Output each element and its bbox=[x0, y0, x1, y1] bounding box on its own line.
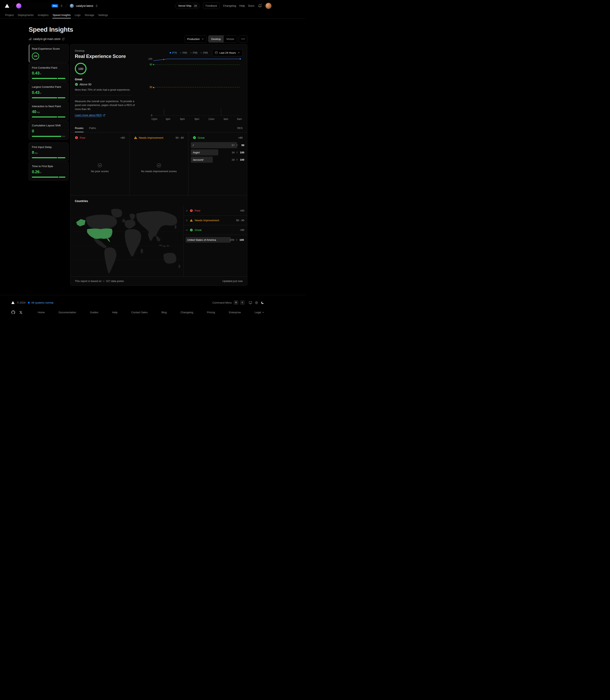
svg-text:100: 100 bbox=[148, 58, 152, 60]
tab-deployments[interactable]: Deployments bbox=[16, 12, 36, 18]
tab-logs[interactable]: Logs bbox=[73, 12, 82, 18]
environment-select[interactable]: Production bbox=[184, 35, 207, 43]
footer-link-pricing[interactable]: Pricing bbox=[207, 311, 215, 314]
report-based-on-text: This report is based on bbox=[75, 280, 101, 283]
tab-speed-insights[interactable]: Speed Insights bbox=[51, 12, 73, 18]
percentile-p99[interactable]: P99 bbox=[200, 51, 208, 54]
route-bar bbox=[191, 142, 237, 148]
metric-card-first-input-delay[interactable]: First Input Delay 8ms bbox=[29, 142, 68, 161]
error-circle-icon bbox=[75, 136, 78, 139]
percentile-p90[interactable]: P90 bbox=[180, 51, 187, 54]
light-theme-icon[interactable] bbox=[255, 301, 258, 305]
chevron-down-icon bbox=[262, 311, 264, 313]
tab-project[interactable]: Project bbox=[3, 12, 16, 18]
team-avatar[interactable] bbox=[16, 3, 21, 9]
tab-paths[interactable]: Paths bbox=[89, 124, 96, 132]
countries-list: Poor <50 Needs Improvement 50 - 90 bbox=[183, 206, 247, 277]
chevron-down-icon bbox=[202, 38, 204, 40]
divider bbox=[75, 95, 132, 96]
vercel-logo[interactable] bbox=[5, 4, 9, 8]
group-range: <50 bbox=[240, 209, 244, 212]
metric-card-first-contentful-paint[interactable]: First Contentful Paint 0.43s bbox=[29, 63, 68, 82]
docs-link[interactable]: Docs bbox=[248, 4, 254, 7]
device-mobile[interactable]: Mobile bbox=[224, 35, 237, 42]
team-switcher-icon[interactable] bbox=[60, 4, 63, 7]
route-row[interactable]: /login/ 34 100 bbox=[191, 149, 245, 155]
changelog-link[interactable]: Changelog bbox=[223, 4, 236, 7]
help-link[interactable]: Help bbox=[239, 4, 245, 7]
check-circle-outline-icon bbox=[157, 163, 161, 168]
footer-link-blog[interactable]: Blog bbox=[161, 311, 166, 314]
metrics-sidebar: Real Experience Score 100 First Contentf… bbox=[29, 44, 68, 181]
user-avatar[interactable] bbox=[266, 3, 272, 9]
tab-settings[interactable]: Settings bbox=[96, 12, 110, 18]
bucket-great: Great >90 / 67 99 bbox=[188, 133, 247, 195]
domain-link[interactable]: catalyst-git-main.store bbox=[29, 37, 65, 41]
device-toggle: Desktop Mobile bbox=[208, 35, 237, 43]
footer-link-legal[interactable]: Legal bbox=[255, 311, 264, 314]
country-name: United States of America bbox=[187, 238, 216, 242]
percentile-p95[interactable]: P95 bbox=[190, 51, 197, 54]
percentile-p75[interactable]: P75 bbox=[170, 51, 177, 54]
country-united-states bbox=[87, 229, 112, 242]
feedback-button[interactable]: Feedback bbox=[203, 3, 220, 9]
res-line-chart[interactable]: 100 90 50 0 12pm bbox=[146, 56, 243, 121]
country-row[interactable]: United States of America 209 100 bbox=[186, 237, 244, 243]
route-row[interactable]: /account/ 28 100 bbox=[191, 157, 245, 163]
rating-label: Great bbox=[75, 78, 136, 81]
route-name: / bbox=[193, 144, 194, 147]
metric-card-real-experience-score[interactable]: Real Experience Score 100 bbox=[29, 44, 68, 63]
metric-card-cumulative-layout-shift[interactable]: Cumulative Layout Shift 0 bbox=[29, 121, 68, 140]
world-map[interactable] bbox=[70, 206, 183, 277]
footer-link-changelog[interactable]: Changelog bbox=[180, 311, 193, 314]
tab-analytics[interactable]: Analytics bbox=[36, 12, 51, 18]
project-name[interactable]: catalyst-latest bbox=[76, 4, 93, 7]
bucket-poor: Poor <50 No poor scores bbox=[70, 133, 129, 195]
device-desktop[interactable]: Desktop bbox=[208, 35, 224, 42]
footer-link-enterprise[interactable]: Enterprise bbox=[229, 311, 241, 314]
data-points-icon bbox=[236, 159, 238, 161]
command-menu-label[interactable]: Command Menu bbox=[212, 301, 232, 304]
svg-text:3am: 3am bbox=[224, 118, 228, 121]
learn-more-link[interactable]: Learn more about RES bbox=[75, 114, 105, 116]
footer-link-contact-sales[interactable]: Contact Sales bbox=[131, 311, 148, 314]
svg-text:6am: 6am bbox=[237, 118, 242, 121]
country-group-great[interactable]: Great >90 bbox=[183, 225, 247, 235]
time-range-select[interactable]: Last 24 Hours bbox=[212, 49, 243, 56]
vercel-ship-button[interactable]: Vercel Ship 24 bbox=[175, 3, 200, 9]
learn-more-label: Learn more about RES bbox=[75, 114, 102, 116]
route-row[interactable]: / 67 99 bbox=[191, 142, 245, 148]
x-twitter-icon[interactable] bbox=[19, 311, 22, 314]
metric-card-time-to-first-byte[interactable]: Time to First Byte 0.26s bbox=[29, 162, 68, 181]
system-theme-icon[interactable] bbox=[249, 301, 252, 305]
metric-card-interaction-to-next-paint[interactable]: Interaction to Next Paint 40ms bbox=[29, 102, 68, 121]
notifications-button[interactable] bbox=[258, 3, 262, 8]
project-nav: Project Deployments Analytics Speed Insi… bbox=[0, 12, 305, 19]
project-switcher-icon[interactable] bbox=[95, 4, 98, 7]
footer-link-help[interactable]: Help bbox=[112, 311, 117, 314]
dark-theme-icon[interactable] bbox=[261, 301, 264, 305]
metric-bar bbox=[32, 136, 65, 137]
indonesia bbox=[163, 246, 166, 247]
team-name-redacted bbox=[23, 3, 50, 9]
detail-title: Real Experience Score bbox=[75, 53, 136, 59]
project-avatar[interactable] bbox=[70, 4, 74, 8]
footer-link-home[interactable]: Home bbox=[38, 311, 45, 314]
great-threshold-marker bbox=[153, 64, 154, 65]
tab-routes[interactable]: Routes bbox=[75, 124, 83, 132]
trend-point-end bbox=[240, 58, 241, 60]
footer-link-documentation[interactable]: Documentation bbox=[59, 311, 76, 314]
status-link[interactable]: All systems normal. bbox=[28, 301, 54, 304]
metric-card-largest-contentful-paint[interactable]: Largest Contentful Paint 0.43s bbox=[29, 82, 68, 101]
github-icon[interactable] bbox=[11, 310, 15, 314]
data-points-icon bbox=[236, 144, 238, 146]
tab-storage[interactable]: Storage bbox=[82, 12, 96, 18]
country-group-needs-improvement[interactable]: Needs Improvement 50 - 90 bbox=[183, 216, 247, 225]
vercel-logo-footer[interactable] bbox=[11, 301, 15, 304]
more-menu-button[interactable] bbox=[239, 35, 247, 43]
metric-value: 0 bbox=[32, 129, 34, 134]
metric-description: Measures the overall user experience. To… bbox=[75, 99, 135, 111]
country-group-poor[interactable]: Poor <50 bbox=[183, 206, 247, 216]
warning-triangle-icon bbox=[134, 136, 137, 139]
footer-link-guides[interactable]: Guides bbox=[90, 311, 98, 314]
